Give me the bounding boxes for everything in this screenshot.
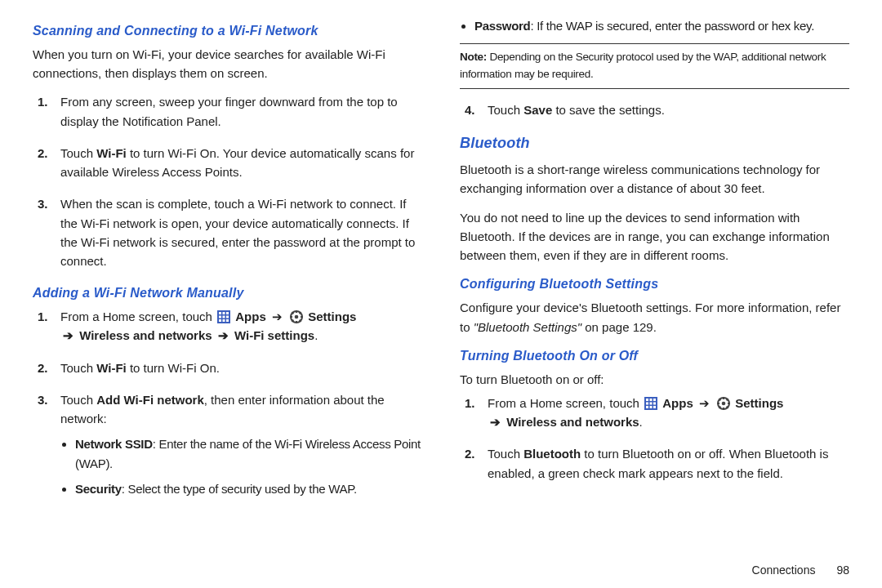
text: Touch (488, 103, 523, 117)
label: Password (474, 19, 530, 33)
text: to turn Wi-Fi On. (127, 361, 220, 375)
svg-rect-6 (226, 316, 229, 318)
text: From a Home screen, touch (60, 310, 216, 323)
arrow-icon: ➔ (218, 328, 229, 342)
onoff-step-1: From a Home screen, touch Apps ➔ Setting… (460, 394, 849, 432)
text: Touch (488, 447, 523, 461)
svg-rect-28 (650, 406, 653, 408)
wireless-networks-label: Wireless and networks (79, 328, 212, 342)
bullet-ssid: Network SSID: Enter the name of the Wi-F… (75, 434, 422, 473)
bullet-password: Password: If the WAP is secured, enter t… (474, 16, 849, 35)
svg-point-39 (722, 402, 726, 406)
add-step-1: From a Home screen, touch Apps ➔ Setting… (33, 307, 422, 345)
svg-rect-7 (219, 319, 221, 322)
bluetooth-p1: Bluetooth is a short-range wireless comm… (460, 160, 849, 198)
wifi-label: Wi-Fi (96, 361, 127, 375)
scan-intro: When you turn on Wi-Fi, your device sear… (33, 45, 422, 83)
text: Touch (60, 146, 96, 160)
configuring-text: Configure your device's Bluetooth settin… (460, 298, 849, 336)
note-label: Note: (460, 51, 487, 63)
text: From a Home screen, touch (488, 396, 643, 410)
scan-step-3: When the scan is complete, touch a Wi-Fi… (33, 194, 422, 270)
add-wifi-label: Add Wi-Fi network (96, 393, 204, 407)
footer-section: Connections (752, 564, 816, 577)
svg-rect-3 (226, 312, 229, 314)
svg-rect-2 (223, 312, 225, 314)
apps-label: Apps (662, 396, 693, 410)
text: . (639, 415, 643, 429)
add-step-3: Touch Add Wi-Fi network, then enter info… (33, 390, 422, 498)
svg-rect-8 (223, 319, 225, 322)
heading-scan-connect: Scanning and Connecting to a Wi-Fi Netwo… (33, 21, 422, 42)
add-step-3-bullets: Network SSID: Enter the name of the Wi-F… (60, 434, 422, 498)
bluetooth-label: Bluetooth (523, 447, 581, 461)
label: Network SSID (75, 437, 153, 451)
heading-configuring-bt: Configuring Bluetooth Settings (460, 274, 849, 295)
apps-icon (217, 310, 230, 323)
footer-page-number: 98 (836, 564, 849, 577)
svg-rect-23 (653, 399, 656, 401)
left-column: Scanning and Connecting to a Wi-Fi Netwo… (33, 16, 422, 565)
svg-rect-25 (650, 402, 653, 404)
text: to save the settings. (552, 103, 665, 117)
settings-label: Settings (735, 396, 783, 410)
svg-point-19 (295, 315, 299, 319)
note-block: Note: Depending on the Security protocol… (460, 43, 849, 89)
text: : Select the type of security used by th… (122, 482, 357, 496)
svg-rect-29 (653, 406, 656, 408)
wireless-networks-label: Wireless and networks (506, 415, 639, 429)
svg-rect-5 (223, 316, 225, 318)
svg-rect-22 (650, 399, 653, 401)
wifi-label: Wi-Fi (96, 146, 127, 160)
svg-rect-4 (219, 316, 221, 318)
label: Security (75, 482, 122, 496)
settings-label: Settings (308, 310, 356, 323)
text: : If the WAP is secured, enter the passw… (530, 19, 814, 33)
text: on page 129. (585, 320, 657, 334)
text: . (314, 328, 318, 342)
page-root: Scanning and Connecting to a Wi-Fi Netwo… (0, 0, 882, 588)
svg-rect-21 (646, 399, 648, 401)
bullet-security: Security: Select the type of security us… (75, 479, 422, 498)
wifi-settings-label: Wi-Fi settings (234, 328, 314, 342)
arrow-icon: ➔ (272, 310, 283, 323)
apps-icon (644, 397, 657, 410)
arrow-icon: ➔ (699, 396, 710, 410)
add-step-2: Touch Wi-Fi to turn Wi-Fi On. (33, 359, 422, 377)
apps-label: Apps (235, 310, 266, 323)
heading-bluetooth: Bluetooth (460, 132, 849, 155)
add-steps: From a Home screen, touch Apps ➔ Setting… (33, 307, 422, 498)
svg-rect-1 (219, 312, 221, 314)
password-bullet-list: Password: If the WAP is secured, enter t… (460, 16, 849, 35)
scan-steps: From any screen, sweep your finger downw… (33, 92, 422, 270)
crossref: "Bluetooth Settings" (474, 320, 586, 334)
onoff-steps: From a Home screen, touch Apps ➔ Setting… (460, 394, 849, 483)
svg-rect-24 (646, 402, 648, 404)
scan-step-2: Touch Wi-Fi to turn Wi-Fi On. Your devic… (33, 144, 422, 182)
continue-steps: Touch Save to save the settings. (460, 100, 849, 119)
text: Touch (60, 393, 96, 407)
note-text: Depending on the Security protocol used … (460, 51, 826, 80)
right-column: Password: If the WAP is secured, enter t… (460, 16, 849, 565)
page-footer: Connections98 (752, 562, 849, 580)
onoff-intro: To turn Bluetooth on or off: (460, 370, 849, 389)
step-4-save: Touch Save to save the settings. (460, 100, 849, 119)
svg-rect-27 (646, 406, 648, 408)
svg-rect-26 (653, 402, 656, 404)
save-label: Save (523, 103, 552, 117)
onoff-step-2: Touch Bluetooth to turn Bluetooth on or … (460, 444, 849, 483)
settings-icon (290, 310, 303, 323)
arrow-icon: ➔ (490, 415, 501, 429)
scan-step-1: From any screen, sweep your finger downw… (33, 92, 422, 131)
heading-add-manual: Adding a Wi-Fi Network Manually (33, 283, 422, 304)
settings-icon (717, 397, 730, 410)
bluetooth-p2: You do not need to line up the devices t… (460, 208, 849, 265)
svg-rect-9 (226, 319, 229, 322)
arrow-icon: ➔ (63, 328, 74, 342)
heading-bt-on-off: Turning Bluetooth On or Off (460, 346, 849, 367)
text: Touch (60, 361, 96, 375)
